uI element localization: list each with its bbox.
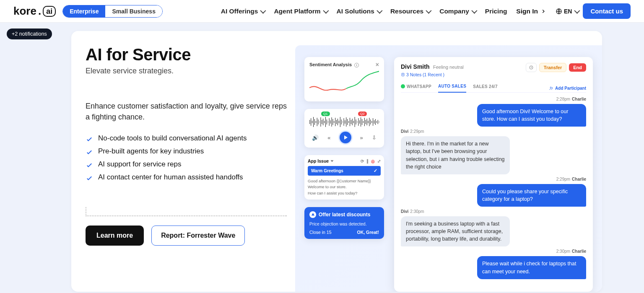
hero-desc: Enhance customer satisfaction and loyalt… — [86, 101, 287, 122]
top-header: kore.ai Enterprise Small Business AI Off… — [0, 0, 644, 23]
tab-whatsapp[interactable]: WHATSAPP — [401, 84, 431, 92]
msg-meta: 2:30pmCharlie — [401, 249, 586, 254]
agent-bubble: Could you please share your specific cat… — [477, 184, 586, 207]
audience-toggle: Enterprise Small Business — [62, 5, 163, 18]
msg-meta: 2:28pmCharlie — [401, 97, 586, 101]
check-icon — [86, 174, 93, 182]
audio-card: Q1 Q2 🔊 « » ⇩ — [304, 109, 384, 148]
hero-bullets: No-code tools to build conversational AI… — [86, 134, 287, 182]
notifications-badge[interactable]: +2 notifications — [7, 29, 52, 39]
nav-company[interactable]: Company — [439, 8, 476, 15]
language-switcher[interactable]: EN — [556, 8, 574, 15]
main-nav: AI Offerings Agent Platform AI Solutions… — [221, 3, 631, 19]
sentiment-chart — [309, 70, 379, 96]
tab-sales-247[interactable]: SALES 24/7 — [473, 84, 498, 92]
user-bubble: Hi there. I'm in the market for a new la… — [401, 136, 510, 174]
offer-detail: Price objection was detected. — [309, 221, 379, 226]
refresh-icon[interactable]: ⟳ — [361, 159, 364, 163]
chevron-down-icon[interactable] — [330, 159, 334, 163]
agent-bubble: Please wait while i check for laptops th… — [477, 256, 586, 279]
nav-ai-offerings[interactable]: AI Offerings — [221, 8, 265, 15]
offer-ok[interactable]: OK, Great! — [357, 230, 379, 235]
target-icon[interactable]: ◎ — [371, 159, 375, 163]
seg-enterprise[interactable]: Enterprise — [63, 5, 105, 17]
seg-smb[interactable]: Small Business — [105, 5, 162, 17]
hero-subtitle: Elevate service strategies. — [86, 67, 287, 75]
chat-notes[interactable]: 3 Notes (1 Recent ) — [401, 72, 464, 77]
note-icon — [401, 73, 405, 77]
agent-bubble: Good afternoon Divi! Welcome to our stor… — [477, 104, 586, 127]
q1-tag: Q1 — [321, 111, 330, 116]
hero-left: AI for Service Elevate service strategie… — [86, 45, 287, 292]
preview-col-b: Divi Smith Feeling neutral 3 Notes (1 Re… — [394, 57, 593, 292]
user-bubble: I'm seeking a business laptop with a fas… — [401, 216, 510, 246]
check-icon — [86, 148, 93, 156]
play-button[interactable] — [340, 132, 351, 143]
msg-meta: 2:29pmCharlie — [401, 177, 586, 182]
check-icon — [86, 161, 93, 169]
pause-icon[interactable]: ‖ — [366, 159, 369, 163]
warm-greetings-chip[interactable]: Warm Greetings ✓ — [308, 166, 381, 176]
app-issue-card: App Issue ⟳ ‖ ◎ ⤢ Warm Greetings ✓ — [304, 155, 384, 200]
expand-icon[interactable]: ⤢ — [377, 159, 381, 163]
card-tools: ⟳ ‖ ◎ ⤢ — [361, 159, 381, 163]
forward-icon[interactable]: » — [360, 135, 363, 141]
forrester-report-button[interactable]: Report: Forrester Wave — [151, 226, 245, 246]
tab-auto-sales[interactable]: AUTO SALES — [438, 84, 466, 93]
download-icon[interactable]: ⇩ — [372, 135, 377, 141]
preview-col-a: Sentiment Analysis i × Q1 Q2 — [304, 57, 384, 292]
hero-right: Sentiment Analysis i × Q1 Q2 — [295, 45, 602, 292]
history-button[interactable] — [526, 63, 537, 72]
add-participant[interactable]: Add Participant — [549, 86, 586, 91]
learn-more-button[interactable]: Learn more — [86, 226, 144, 246]
globe-icon — [556, 8, 562, 15]
chat-customer-name: Divi Smith — [401, 63, 429, 70]
nav-resources[interactable]: Resources — [390, 8, 430, 15]
contact-us-button[interactable]: Contact us — [583, 3, 631, 19]
info-icon[interactable]: i — [354, 63, 359, 67]
msg-meta: Divi2:29pm — [401, 129, 586, 134]
hero-ctas: Learn more Report: Forrester Wave — [86, 215, 287, 246]
waveform — [308, 116, 381, 128]
offer-card: Offer latest discounts Price objection w… — [304, 207, 384, 239]
chat-panel: Divi Smith Feeling neutral 3 Notes (1 Re… — [394, 57, 593, 292]
bullet: AI support for service reps — [86, 160, 287, 169]
chat-mood: Feeling neutral — [433, 65, 464, 70]
page: AI for Service Elevate service strategie… — [0, 23, 644, 293]
msg-meta: Divi2:30pm — [401, 209, 586, 214]
nav-ai-solutions[interactable]: AI Solutions — [337, 8, 381, 15]
volume-icon[interactable]: 🔊 — [312, 135, 319, 141]
nav-agent-platform[interactable]: Agent Platform — [274, 8, 327, 15]
hero-title: AI for Service — [86, 45, 287, 64]
rewind-icon[interactable]: « — [327, 135, 330, 141]
triangle-up-icon — [309, 211, 316, 218]
q2-tag: Q2 — [358, 111, 367, 116]
check-circle-icon: ✓ — [374, 168, 377, 174]
user-plus-icon — [549, 86, 553, 91]
logo[interactable]: kore.ai — [13, 5, 56, 18]
app-issue-title: App Issue — [308, 158, 329, 163]
bullet: Pre-built agents for key industries — [86, 147, 287, 156]
svg-point-62 — [550, 87, 551, 88]
sign-in-link[interactable]: Sign In — [516, 8, 546, 15]
nav-pricing[interactable]: Pricing — [485, 8, 507, 15]
bullet: AI contact center for human assisted han… — [86, 173, 287, 182]
chevron-right-icon — [540, 8, 546, 14]
close-icon[interactable]: × — [376, 61, 379, 68]
offer-close-in: Close in 15 — [309, 230, 332, 235]
sentiment-title: Sentiment Analysis i — [309, 62, 359, 67]
transfer-button[interactable]: Transfer — [539, 63, 566, 72]
hero-card: AI for Service Elevate service strategie… — [71, 31, 602, 292]
greeting-template: Good afternoon {{Customer Name}} Welcome… — [308, 178, 381, 196]
end-button[interactable]: End — [569, 63, 586, 72]
sentiment-card: Sentiment Analysis i × — [304, 57, 384, 101]
whatsapp-icon — [401, 84, 405, 88]
check-icon — [86, 135, 93, 143]
bullet: No-code tools to build conversational AI… — [86, 134, 287, 143]
